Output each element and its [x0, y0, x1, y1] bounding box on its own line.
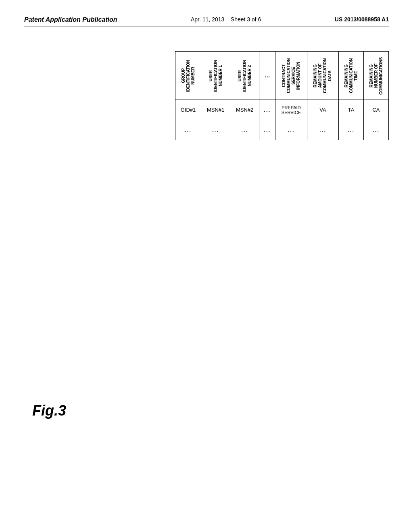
cell-remaining-time-1: TA: [339, 100, 364, 120]
cell-user-id-2-1: MSN#2: [230, 100, 259, 120]
col-header-remaining-comms: REMAININGNUMBER OFCOMMUNICATIONS: [364, 52, 389, 100]
col-header-user-id-1: USERIDENTIFICATIONNUMBER 1: [201, 52, 230, 100]
table-header-row: GROUPIDENTIFICATIONNUMBER USERIDENTIFICA…: [175, 52, 389, 100]
publication-number: US 2013/0088958 A1: [335, 16, 389, 23]
data-table: GROUPIDENTIFICATIONNUMBER USERIDENTIFICA…: [175, 51, 389, 140]
main-content: GROUPIDENTIFICATIONNUMBER USERIDENTIFICA…: [24, 51, 389, 140]
cell-remaining-data-1: VA: [307, 100, 338, 120]
cell-user-id-1-1: MSN#1: [201, 100, 230, 120]
figure-label: Fig.3: [32, 402, 66, 419]
sheet-number: Sheet 3 of 6: [231, 16, 261, 23]
cell-remaining-comms-1: CA: [364, 100, 389, 120]
col-header-user-id-2: USERIDENTIFICATIONNUMBER 2: [230, 52, 259, 100]
cell-user-id-2-2: …: [230, 120, 259, 140]
col-header-contract-info: CONTRACTCOMMUNICATIONSERVICEINFORMATION: [275, 52, 307, 100]
publication-date: Apr. 11, 2013: [191, 16, 224, 23]
publication-date-sheet: Apr. 11, 2013 Sheet 3 of 6: [191, 16, 261, 23]
cell-contract-info-2: …: [275, 120, 307, 140]
cell-dots-2: …: [259, 120, 275, 140]
cell-user-id-1-2: …: [201, 120, 230, 140]
cell-remaining-comms-2: …: [364, 120, 389, 140]
col-header-remaining-data: REMAININGAMOUNT OFCOMMUNICATIONDATA: [307, 52, 338, 100]
cell-dots-1: …: [259, 100, 275, 120]
publication-title: Patent Application Publication: [24, 16, 117, 23]
page: Patent Application Publication Apr. 11, …: [0, 0, 413, 532]
table-row: GID#1 MSN#1 MSN#2 … PREPAIDSERVICE VA TA…: [175, 100, 389, 120]
col-header-dots: …: [259, 52, 275, 100]
cell-contract-info-1: PREPAIDSERVICE: [275, 100, 307, 120]
cell-remaining-time-2: …: [339, 120, 364, 140]
cell-remaining-data-2: …: [307, 120, 338, 140]
cell-group-id-1: GID#1: [175, 100, 201, 120]
data-table-container: GROUPIDENTIFICATIONNUMBER USERIDENTIFICA…: [175, 51, 389, 140]
col-header-group-id: GROUPIDENTIFICATIONNUMBER: [175, 52, 201, 100]
cell-group-id-2: …: [175, 120, 201, 140]
col-header-remaining-time: REMAININGCOMMUNICATIONTIME: [339, 52, 364, 100]
table-row: … … … … … … … …: [175, 120, 389, 140]
page-header: Patent Application Publication Apr. 11, …: [24, 16, 389, 27]
